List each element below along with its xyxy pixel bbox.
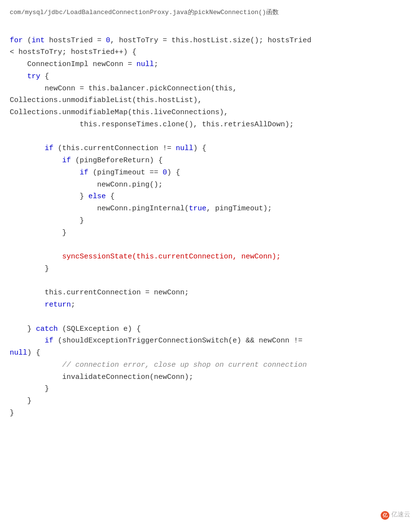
code-line-11: if (pingBeforeReturn) { bbox=[10, 156, 163, 165]
code-line-19: syncSessionState(this.currentConnection,… bbox=[10, 253, 281, 261]
code-block: for (int hostsTried = 0, hostToTry = thi… bbox=[10, 23, 410, 432]
code-line-4: try { bbox=[10, 72, 49, 81]
code-line-31: } bbox=[10, 397, 32, 405]
code-container: com/mysql/jdbc/LoadBalancedConnectionPro… bbox=[0, 0, 420, 529]
code-line-8: this.responseTimes.clone(), this.retries… bbox=[10, 120, 294, 129]
code-line-28: // connection error, close up shop on cu… bbox=[10, 361, 307, 369]
code-line-30: } bbox=[10, 385, 49, 393]
code-line-3: ConnectionImpl newConn = null; bbox=[10, 60, 158, 68]
code-line-25: } catch (SQLException e) { bbox=[10, 325, 141, 333]
code-line-1: for (int hostsTried = 0, hostToTry = thi… bbox=[10, 36, 311, 45]
code-line-12: if (pingTimeout == 0) { bbox=[10, 169, 180, 177]
code-line-13: newConn.ping(); bbox=[10, 181, 163, 189]
code-line-17: } bbox=[10, 229, 67, 237]
code-line-22: this.currentConnection = newConn; bbox=[10, 289, 189, 297]
breadcrumb: com/mysql/jdbc/LoadBalancedConnectionPro… bbox=[10, 8, 410, 18]
code-line-10: if (this.currentConnection != null) { bbox=[10, 144, 206, 153]
code-line-20: } bbox=[10, 265, 49, 273]
code-line-26: if (shouldExceptionTriggerConnectionSwit… bbox=[10, 337, 302, 345]
code-line-6: Collections.unmodifiableList(this.hostLi… bbox=[10, 96, 202, 104]
code-line-2: < hostsToTry; hostsTried++) { bbox=[10, 48, 136, 56]
code-line-5: newConn = this.balancer.pickConnection(t… bbox=[10, 85, 237, 93]
code-line-15: newConn.pingInternal(true, pingTimeout); bbox=[10, 205, 272, 213]
code-line-29: invalidateConnection(newConn); bbox=[10, 373, 193, 381]
code-line-27: null) { bbox=[10, 349, 40, 357]
code-line-14: } else { bbox=[10, 192, 115, 201]
code-line-7: Collections.unmodifiableMap(this.liveCon… bbox=[10, 108, 228, 117]
watermark-icon: 亿 bbox=[381, 511, 389, 520]
watermark-text: 亿速云 bbox=[391, 510, 410, 520]
watermark: 亿 亿速云 bbox=[381, 510, 410, 520]
code-line-23: return; bbox=[10, 301, 75, 309]
code-line-16: } bbox=[10, 217, 84, 225]
code-line-32: } bbox=[10, 409, 14, 417]
